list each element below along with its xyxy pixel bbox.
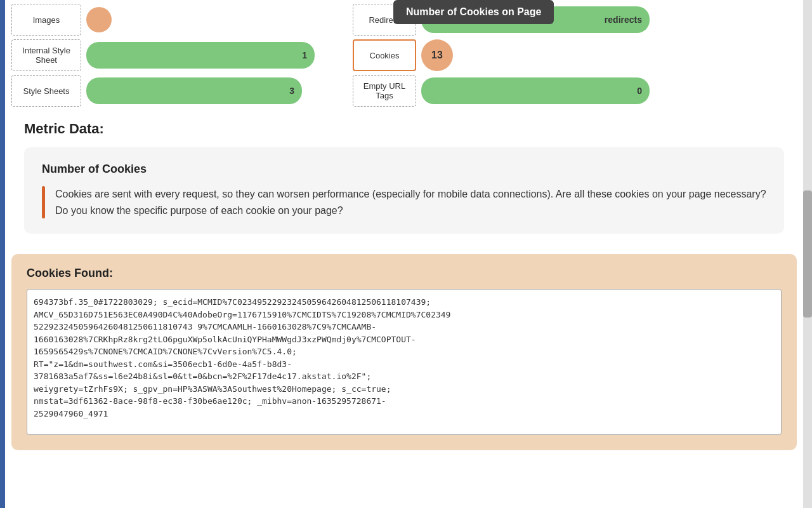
metric-data-title: Metric Data: <box>24 121 784 137</box>
internal-style-bar: 1 <box>86 42 315 69</box>
cookies-value-circle: 13 <box>421 39 453 71</box>
empty-url-row: Empty URL Tags 0 <box>353 75 650 107</box>
cookies-row: Cookies 13 <box>353 39 650 71</box>
empty-url-bar: 0 <box>421 77 650 104</box>
style-sheets-bar: 3 <box>86 77 302 104</box>
cookies-found-title: Cookies Found: <box>27 267 782 280</box>
internal-style-row: Internal Style Sheet 1 <box>11 39 315 71</box>
tooltip-text: Number of Cookies on Page <box>406 6 541 17</box>
info-card-title: Number of Cookies <box>42 163 766 176</box>
images-row: Images <box>11 4 315 36</box>
left-edge-bar <box>0 0 5 508</box>
images-value-circle <box>86 7 112 32</box>
empty-url-value: 0 <box>637 86 642 96</box>
orange-accent-bar <box>42 186 45 218</box>
cookies-label[interactable]: Cookies <box>353 39 416 71</box>
info-card: Number of Cookies Cookies are sent with … <box>24 147 784 234</box>
page-scrollbar[interactable] <box>803 0 812 508</box>
cookies-value: 13 <box>431 50 443 61</box>
info-card-text: Cookies are sent with every request, so … <box>55 186 766 218</box>
empty-url-label: Empty URL Tags <box>353 75 416 107</box>
style-sheets-label: Style Sheets <box>11 75 81 107</box>
redirects-suffix: redirects <box>605 15 642 25</box>
internal-style-label: Internal Style Sheet <box>11 39 81 71</box>
cookies-found-card: Cookies Found: <box>11 254 797 450</box>
images-label: Images <box>11 4 81 36</box>
scrollbar-thumb[interactable] <box>803 190 812 318</box>
style-sheets-row: Style Sheets 3 <box>11 75 315 107</box>
metric-data-section: Metric Data: Number of Cookies Cookies a… <box>11 110 797 254</box>
style-sheets-value: 3 <box>289 86 294 96</box>
info-card-body: Cookies are sent with every request, so … <box>42 186 766 218</box>
internal-style-value: 1 <box>302 50 307 60</box>
tooltip-overlay: Number of Cookies on Page <box>393 0 554 24</box>
cookies-textarea[interactable] <box>27 289 782 435</box>
